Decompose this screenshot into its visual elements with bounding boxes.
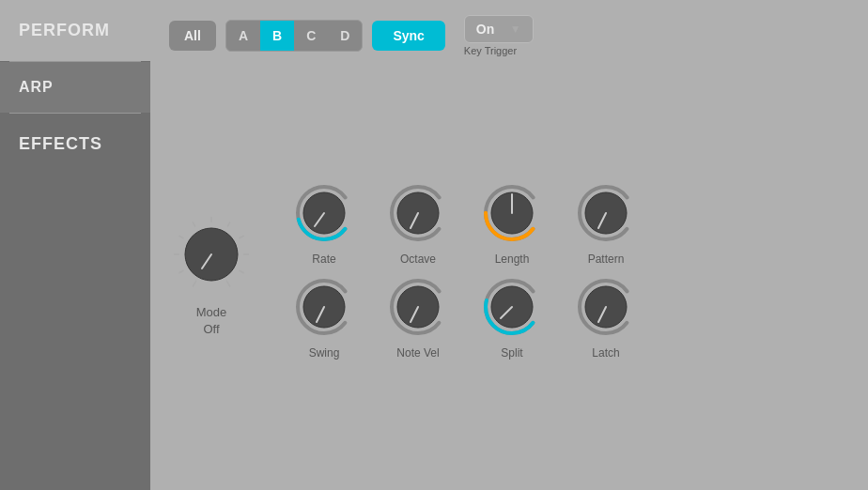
sidebar: PERFORM ARP EFFECTS (0, 0, 150, 490)
sync-button[interactable]: Sync (372, 21, 444, 51)
svg-line-4 (193, 222, 195, 226)
svg-line-0 (193, 281, 196, 287)
notevel-knob-cell: Note Vel (376, 275, 460, 360)
key-trigger-wrap: On ▼ Key Trigger (464, 15, 534, 56)
notevel-label: Note Vel (396, 346, 439, 360)
mode-label: ModeOff (196, 304, 227, 338)
length-knob[interactable] (480, 181, 544, 245)
group-buttons: A B C D (225, 20, 364, 52)
octave-knob[interactable] (386, 181, 450, 245)
chevron-down-icon: ▼ (510, 23, 521, 36)
rate-knob-cell: Rate (282, 181, 366, 266)
sidebar-effects-label: EFFECTS (19, 134, 102, 153)
length-label: Length (495, 253, 530, 266)
svg-line-9 (239, 270, 243, 273)
sidebar-item-perform[interactable]: PERFORM (0, 0, 150, 61)
group-d-button[interactable]: D (328, 21, 362, 51)
knobs-area: ModeOff Rate (169, 66, 849, 475)
rate-label: Rate (312, 253, 335, 266)
latch-knob[interactable] (574, 275, 638, 339)
svg-line-6 (227, 222, 230, 226)
key-trigger-select[interactable]: On ▼ (464, 15, 534, 43)
notevel-knob[interactable] (386, 275, 450, 339)
pattern-knob[interactable] (574, 181, 638, 245)
split-knob[interactable] (480, 275, 544, 339)
latch-knob-cell: Latch (564, 275, 648, 360)
group-c-button[interactable]: C (294, 21, 328, 51)
group-a-button[interactable]: A (226, 21, 260, 51)
swing-knob-cell: Swing (282, 275, 366, 360)
sidebar-item-effects[interactable]: EFFECTS (0, 114, 150, 175)
group-b-button[interactable]: B (260, 21, 294, 51)
all-button[interactable]: All (169, 21, 216, 51)
toolbar: All A B C D Sync On ▼ Key Trigger (169, 15, 849, 56)
octave-label: Octave (400, 253, 436, 266)
main-area: All A B C D Sync On ▼ Key Trigger (150, 0, 868, 490)
swing-knob[interactable] (292, 275, 356, 339)
mode-knob[interactable] (169, 212, 254, 297)
knobs-grid: Rate Octave (282, 181, 849, 360)
sidebar-arp-label: ARP (19, 79, 54, 95)
latch-label: Latch (592, 346, 619, 360)
svg-line-1 (178, 270, 183, 273)
split-label: Split (501, 346, 522, 360)
split-knob-cell: Split (470, 275, 554, 360)
svg-line-7 (239, 236, 243, 238)
sidebar-perform-label: PERFORM (19, 21, 110, 39)
pattern-label: Pattern (588, 253, 625, 266)
sidebar-item-arp[interactable]: ARP (0, 62, 150, 113)
length-knob-cell: Length (470, 181, 554, 266)
svg-line-10 (226, 281, 230, 287)
rate-knob[interactable] (292, 181, 356, 245)
svg-line-3 (178, 236, 183, 238)
key-trigger-label: Key Trigger (464, 45, 517, 56)
pattern-knob-cell: Pattern (564, 181, 648, 266)
mode-section: ModeOff (169, 212, 254, 338)
octave-knob-cell: Octave (376, 181, 460, 266)
swing-label: Swing (309, 346, 340, 360)
key-trigger-value: On (476, 22, 504, 37)
